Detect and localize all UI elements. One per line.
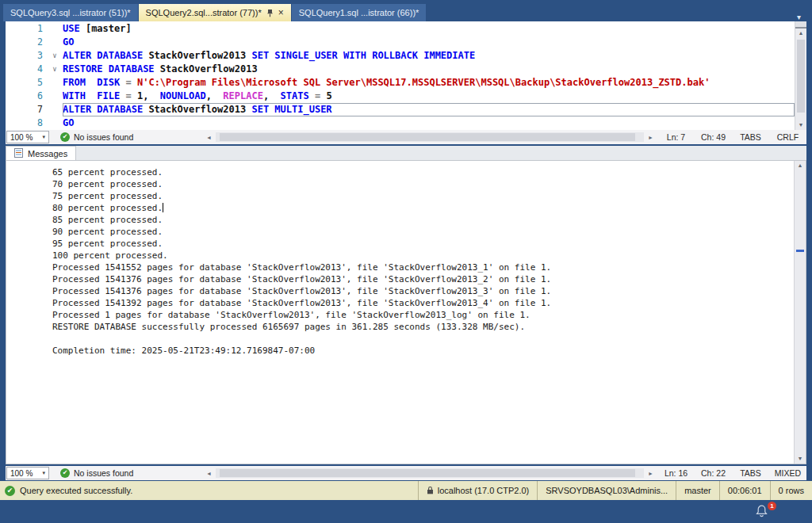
code-line[interactable]: 5FROM DISK = N'C:\Program Files\Microsof… [6, 76, 795, 90]
check-circle-icon: ✔ [60, 468, 70, 478]
document-tab[interactable]: SQLQuery1.sql ...istrator (66))* [292, 4, 427, 21]
editor-vertical-scrollbar[interactable]: ▲ ▼ [795, 21, 806, 130]
code-line[interactable]: 4∨RESTORE DATABASE StackOverflow2013 [6, 63, 795, 76]
message-line: 80 percent processed. [52, 202, 788, 214]
status-segment-text: 00:06:01 [728, 486, 762, 495]
status-segment-text: localhost (17.0 CTP2.0) [438, 486, 530, 495]
editor-zoom-select[interactable]: 100 % ▾ [6, 131, 49, 143]
line-number: 6 [6, 90, 47, 103]
bottom-frame-bar: 1 [0, 500, 812, 523]
status-segment-database: master [676, 481, 719, 500]
fold-margin [47, 76, 63, 90]
scroll-track[interactable] [795, 38, 806, 120]
zoom-value: 100 % [10, 133, 33, 142]
status-segment-text: master [684, 486, 711, 495]
fold-margin [47, 36, 63, 49]
status-segment-elapsed-time: 00:06:01 [719, 481, 770, 500]
line-indicator: Ln: 16 [657, 468, 695, 478]
query-status-bar: ✔ Query executed successfully. localhost… [0, 481, 812, 500]
status-segment-row-count: 0 rows [770, 481, 812, 500]
sql-editor[interactable]: 1USE [master]2GO3∨ALTER DATABASE StackOv… [6, 21, 806, 130]
scroll-up-icon[interactable]: ▲ [795, 161, 806, 170]
scroll-down-icon[interactable]: ▼ [795, 120, 806, 130]
results-tab-strip: Messages [6, 146, 806, 160]
status-segment-text: SRVSOYDBASQL03\Adminis... [546, 486, 668, 495]
chevron-down-icon: ▾ [42, 470, 45, 476]
scroll-thumb[interactable] [220, 133, 635, 141]
code-text: ALTER DATABASE StackOverflow2013 SET MUL… [63, 103, 795, 116]
editor-horizontal-scrollbar[interactable]: ◄ ► [202, 132, 657, 143]
scroll-thumb[interactable] [797, 40, 805, 113]
messages-icon [14, 148, 23, 159]
check-circle-icon: ✔ [60, 132, 70, 142]
message-line: 75 percent processed. [52, 190, 788, 202]
tab-messages[interactable]: Messages [6, 146, 76, 160]
code-line[interactable]: 8GO [6, 116, 795, 130]
tab-label: SQLQuery3.sql ...istrator (51))* [10, 8, 131, 17]
document-tab[interactable]: SQLQuery3.sql ...istrator (51))* [3, 4, 138, 21]
zoom-value: 100 % [10, 469, 33, 478]
document-tab-strip: SQLQuery3.sql ...istrator (51))*SQLQuery… [3, 4, 427, 21]
editor-status-strip: 100 % ▾ ✔ No issues found ◄ ► Ln: 7 Ch: … [6, 130, 806, 144]
code-lines: 1USE [master]2GO3∨ALTER DATABASE StackOv… [6, 22, 795, 130]
messages-vertical-scrollbar[interactable]: ▲ ▼ [794, 161, 806, 464]
document-tab-bar: SQLQuery3.sql ...istrator (51))*SQLQuery… [0, 0, 812, 21]
tab-list-chevron-icon[interactable]: ▾ [797, 13, 801, 21]
messages-zoom-select[interactable]: 100 % ▾ [6, 467, 49, 479]
messages-pane[interactable]: 65 percent processed.70 percent processe… [6, 160, 806, 464]
close-icon[interactable]: × [278, 8, 284, 17]
notifications-bell-icon[interactable]: 1 [755, 504, 771, 520]
fold-collapse-icon[interactable]: ∨ [47, 49, 63, 63]
scroll-track[interactable] [795, 170, 806, 454]
code-line[interactable]: 1USE [master] [6, 22, 795, 36]
splitter-handle[interactable] [795, 21, 806, 29]
fold-collapse-icon[interactable]: ∨ [47, 63, 63, 76]
column-indicator: Ch: 49 [695, 132, 732, 142]
scroll-right-icon[interactable]: ► [644, 471, 657, 476]
code-text: ALTER DATABASE StackOverflow2013 SET SIN… [63, 49, 795, 63]
code-text: WITH FILE = 1, NOUNLOAD, REPLACE, STATS … [63, 90, 795, 103]
line-number: 2 [6, 36, 47, 49]
column-indicator: Ch: 22 [695, 468, 732, 478]
tabs-indicator: TABS [732, 132, 769, 142]
scroll-track[interactable] [216, 132, 644, 142]
success-check-icon: ✔ [5, 486, 15, 496]
code-line[interactable]: 3∨ALTER DATABASE StackOverflow2013 SET S… [6, 49, 795, 63]
scroll-right-icon[interactable]: ► [644, 135, 657, 140]
message-line: 100 percent processed. [52, 250, 788, 262]
notification-badge: 1 [768, 502, 776, 510]
messages-horizontal-scrollbar[interactable]: ◄ ► [202, 468, 657, 479]
code-line[interactable]: 7ALTER DATABASE StackOverflow2013 SET MU… [6, 103, 795, 116]
message-line: Processed 1541376 pages for database 'St… [52, 285, 788, 297]
message-line: 95 percent processed. [52, 238, 788, 250]
message-line: Completion time: 2025-05-21T23:49:12.716… [52, 345, 788, 357]
scroll-track[interactable] [216, 468, 644, 478]
status-message: Query executed successfully. [20, 486, 132, 495]
line-number: 3 [6, 49, 47, 63]
code-text: FROM DISK = N'C:\Program Files\Microsoft… [63, 76, 795, 90]
line-indicator: Ln: 7 [657, 132, 695, 142]
scroll-left-icon[interactable]: ◄ [202, 135, 216, 140]
pin-icon[interactable] [266, 9, 274, 17]
code-text: USE [master] [63, 22, 795, 36]
status-bar-segments: localhost (17.0 CTP2.0)SRVSOYDBASQL03\Ad… [418, 481, 812, 500]
message-line: RESTORE DATABASE successfully processed … [52, 321, 788, 333]
code-text: GO [63, 116, 795, 130]
scroll-left-icon[interactable]: ◄ [202, 471, 216, 476]
scroll-up-icon[interactable]: ▲ [795, 29, 806, 38]
line-number: 8 [6, 116, 47, 130]
text-caret [163, 203, 163, 212]
message-line: Processed 1541376 pages for database 'St… [52, 273, 788, 285]
tab-label: SQLQuery1.sql ...istrator (66))* [299, 8, 419, 17]
fold-margin [47, 103, 63, 116]
line-number: 1 [6, 22, 47, 36]
code-text: RESTORE DATABASE StackOverflow2013 [63, 63, 795, 76]
code-line[interactable]: 2GO [6, 36, 795, 49]
scroll-thumb[interactable] [220, 469, 635, 477]
tab-bar-tools: ▾ [797, 13, 812, 21]
document-tab[interactable]: SQLQuery2.sql...strator (77))*× [139, 4, 291, 21]
caret-position-marker [796, 250, 804, 252]
message-line: Processed 1541392 pages for database 'St… [52, 297, 788, 309]
scroll-down-icon[interactable]: ▼ [795, 454, 806, 464]
code-line[interactable]: 6WITH FILE = 1, NOUNLOAD, REPLACE, STATS… [6, 90, 795, 103]
